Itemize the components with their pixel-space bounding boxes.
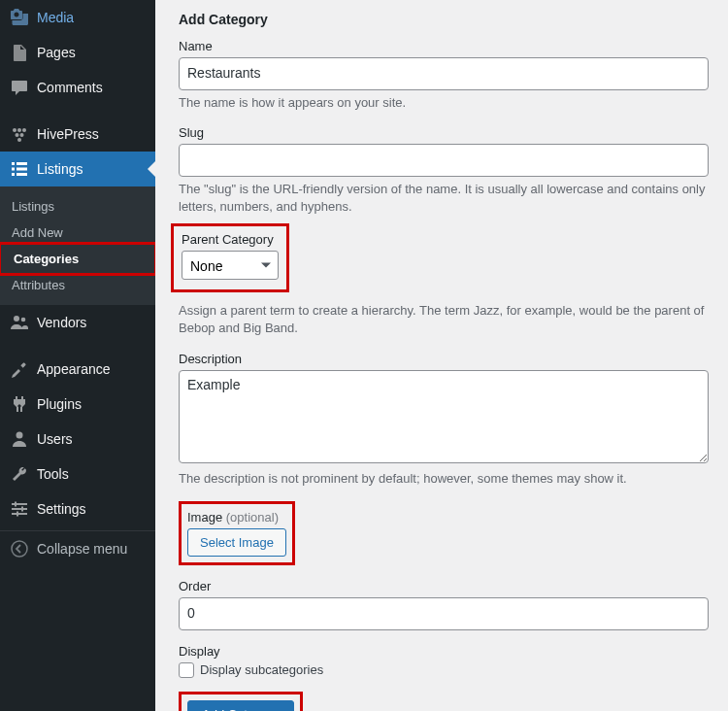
svg-point-0 [13,128,17,132]
collapse-label: Collapse menu [37,541,127,557]
sidebar-item-comments[interactable]: Comments [0,70,155,105]
sidebar-item-settings[interactable]: Settings [0,491,155,526]
sidebar-item-users[interactable]: Users [0,422,155,457]
page-title: Add Category [179,12,709,27]
field-group-display: Display Display subcategories [179,644,709,678]
submit-highlight-box: Add Category [179,692,303,711]
collapse-icon [10,539,29,559]
slug-description: The "slug" is the URL-friendly version o… [179,181,709,216]
display-subcategories-checkbox[interactable] [179,662,194,678]
menu-label: Pages [37,45,76,60]
select-image-button[interactable]: Select Image [187,528,286,557]
name-label: Name [179,39,709,53]
svg-point-4 [20,133,24,137]
sidebar-item-media[interactable]: Media [0,0,155,35]
menu-label: Tools [37,466,69,482]
field-group-slug: Slug The "slug" is the URL-friendly vers… [179,125,709,216]
appearance-icon [10,359,29,379]
parent-description: Assign a parent term to create a hierarc… [179,302,709,337]
slug-label: Slug [179,125,709,140]
field-group-parent: Parent Category None Assign a parent ter… [179,229,709,337]
svg-rect-8 [12,168,15,171]
svg-point-5 [17,138,21,142]
field-group-name: Name The name is how it appears on your … [179,39,709,112]
svg-point-2 [22,128,26,132]
sidebar-item-listings[interactable]: Listings [0,152,155,186]
collapse-menu-button[interactable]: Collapse menu [0,530,155,566]
menu-label: Appearance [37,361,111,377]
svg-rect-9 [17,168,27,171]
vendors-icon [10,313,29,332]
field-group-image: Image (optional) Select Image [179,501,709,565]
menu-label: Settings [37,501,86,517]
menu-label: Listings [37,161,83,177]
svg-point-1 [17,128,21,132]
description-label: Description [179,352,709,366]
pages-icon [10,43,29,62]
description-textarea[interactable] [179,370,709,463]
settings-icon [10,499,29,519]
svg-rect-20 [17,512,18,517]
media-icon [10,8,29,27]
menu-label: Plugins [37,396,82,412]
svg-rect-16 [12,508,27,510]
users-icon [10,429,29,449]
svg-rect-7 [17,162,27,165]
order-input[interactable] [179,597,709,630]
image-highlight-box: Image (optional) Select Image [179,501,295,565]
display-checkbox-row: Display subcategories [179,662,709,678]
parent-label: Parent Category [182,232,279,247]
svg-rect-19 [21,507,23,512]
hivepress-icon [10,124,29,144]
main-content: Add Category Name The name is how it app… [155,0,728,711]
field-group-description: Description The description is not promi… [179,352,709,488]
svg-point-21 [12,541,27,557]
tools-icon [10,464,29,484]
sidebar-item-pages[interactable]: Pages [0,35,155,70]
submenu-item-listings[interactable]: Listings [0,193,155,220]
svg-point-14 [17,432,23,439]
name-input[interactable] [179,57,709,90]
sidebar-item-hivepress[interactable]: HivePress [0,117,155,152]
svg-rect-17 [12,513,27,515]
slug-input[interactable] [179,144,709,177]
menu-label: Users [37,431,73,447]
svg-rect-11 [17,173,27,176]
display-label: Display [179,644,709,659]
menu-label: Comments [37,80,103,95]
add-category-button[interactable]: Add Category [187,700,294,711]
sidebar-item-vendors[interactable]: Vendors [0,305,155,340]
listings-icon [10,159,29,179]
parent-select-wrap: None [182,251,279,280]
display-checkbox-label: Display subcategories [200,662,323,677]
comments-icon [10,78,29,97]
menu-label: Vendors [37,315,86,330]
plugins-icon [10,394,29,414]
parent-select[interactable]: None [182,251,279,280]
parent-highlight-box: Parent Category None [171,223,289,292]
sidebar-item-plugins[interactable]: Plugins [0,387,155,422]
menu-label: HivePress [37,126,99,142]
admin-sidebar: Media Pages Comments HivePress Listings … [0,0,155,711]
submenu-listings: Listings Add New Categories Attributes [0,186,155,305]
svg-rect-6 [12,162,15,165]
menu-label: Media [37,10,74,25]
sidebar-item-tools[interactable]: Tools [0,457,155,491]
description-description: The description is not prominent by defa… [179,470,709,488]
sidebar-item-appearance[interactable]: Appearance [0,352,155,387]
field-group-order: Order [179,579,709,630]
submenu-item-attributes[interactable]: Attributes [0,272,155,298]
svg-point-3 [16,133,19,137]
svg-rect-18 [15,502,17,507]
svg-point-12 [14,316,19,322]
svg-point-13 [21,318,26,322]
submenu-item-addnew[interactable]: Add New [0,220,155,246]
svg-rect-15 [12,503,27,505]
name-description: The name is how it appears on your site. [179,94,709,112]
svg-rect-10 [12,173,15,176]
submenu-item-categories[interactable]: Categories [2,246,153,272]
image-label: Image (optional) [187,510,286,525]
order-label: Order [179,579,709,593]
